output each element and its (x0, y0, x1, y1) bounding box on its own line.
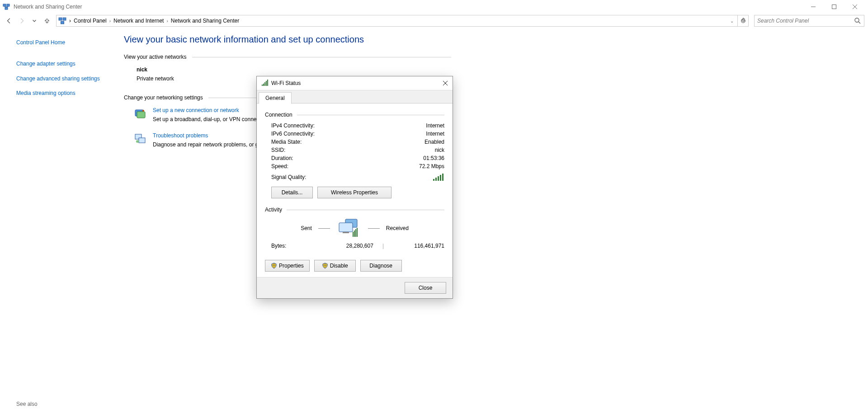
ssid-label: SSID: (271, 147, 285, 153)
refresh-button[interactable] (737, 15, 748, 26)
shield-icon (271, 263, 277, 269)
section-change-settings: Change your networking settings (124, 94, 203, 101)
svg-rect-9 (137, 112, 145, 118)
up-button[interactable] (42, 15, 52, 26)
svg-rect-24 (339, 223, 353, 232)
address-bar[interactable]: › Control Panel › Network and Internet ›… (56, 15, 749, 27)
see-also-label: See also (16, 401, 38, 407)
minimize-button[interactable] (803, 0, 824, 14)
dialog-close-button[interactable] (438, 76, 453, 90)
svg-rect-2 (5, 7, 8, 9)
group-activity-label: Activity (265, 207, 282, 213)
network-center-icon (58, 17, 66, 25)
disable-button-label: Disable (330, 263, 348, 269)
divider (368, 228, 380, 229)
sidebar-media-streaming[interactable]: Media streaming options (16, 89, 111, 97)
svg-rect-20 (438, 176, 439, 181)
wifi-signal-icon (261, 80, 269, 87)
title-bar: Network and Sharing Center (0, 0, 868, 14)
signal-quality-label: Signal Quality: (271, 174, 306, 180)
sidebar-change-advanced-sharing[interactable]: Change advanced sharing settings (16, 75, 111, 83)
group-connection-label: Connection (265, 112, 292, 118)
window-title: Network and Sharing Center (14, 4, 82, 10)
signal-bars-icon (433, 173, 444, 181)
svg-rect-27 (354, 230, 355, 237)
tab-general[interactable]: General (259, 92, 292, 104)
ssid-value: nick (435, 147, 444, 153)
chevron-right-icon[interactable]: › (165, 19, 170, 24)
details-button[interactable]: Details... (271, 187, 313, 198)
divider: | (373, 243, 393, 249)
breadcrumb-network-internet[interactable]: Network and Internet (113, 18, 164, 24)
svg-point-7 (855, 18, 859, 22)
svg-rect-5 (63, 18, 66, 20)
section-active-networks: View your active networks (124, 54, 187, 60)
page-heading: View your basic network information and … (124, 34, 451, 45)
svg-rect-6 (61, 21, 64, 24)
close-window-button[interactable] (844, 0, 865, 14)
shield-icon (322, 263, 328, 269)
ipv6-label: IPv6 Connectivity: (271, 131, 315, 137)
disable-button[interactable]: Disable (314, 260, 356, 272)
svg-rect-4 (59, 18, 62, 20)
diagnose-button[interactable]: Diagnose (360, 260, 402, 272)
svg-rect-17 (267, 80, 268, 86)
sidebar-change-adapter[interactable]: Change adapter settings (16, 60, 111, 68)
speed-label: Speed: (271, 163, 288, 169)
breadcrumb-control-panel[interactable]: Control Panel (74, 18, 107, 24)
sent-label: Sent (301, 225, 312, 231)
ipv4-label: IPv4 Connectivity: (271, 122, 315, 129)
properties-button-label: Properties (279, 263, 304, 269)
bytes-sent-value: 28,280,607 (325, 243, 373, 249)
network-activity-icon (336, 218, 362, 238)
svg-rect-22 (442, 174, 443, 181)
ipv4-value: Internet (426, 122, 444, 129)
dialog-title-bar[interactable]: Wi-Fi Status (257, 76, 453, 90)
dialog-title: Wi-Fi Status (271, 80, 301, 86)
svg-rect-28 (355, 229, 356, 237)
chevron-down-icon[interactable]: ⌄ (728, 19, 736, 24)
maximize-button[interactable] (824, 0, 844, 14)
media-state-label: Media State: (271, 139, 302, 145)
svg-rect-25 (343, 232, 349, 233)
properties-button[interactable]: Properties (265, 260, 310, 272)
chevron-right-icon[interactable]: › (69, 18, 71, 24)
network-center-icon (3, 3, 10, 10)
svg-rect-16 (266, 81, 267, 86)
svg-point-12 (136, 140, 139, 143)
setup-connection-icon (134, 107, 146, 120)
speed-value: 72.2 Mbps (419, 163, 444, 169)
media-state-value: Enabled (425, 139, 444, 145)
nav-toolbar: › Control Panel › Network and Internet ›… (0, 14, 868, 29)
svg-rect-0 (3, 4, 6, 6)
svg-rect-11 (139, 138, 145, 143)
wireless-properties-button[interactable]: Wireless Properties (317, 187, 392, 198)
bytes-label: Bytes: (271, 243, 325, 249)
chevron-right-icon[interactable]: › (108, 19, 113, 24)
search-icon (854, 17, 861, 24)
wifi-status-dialog: Wi-Fi Status General Connection IPv4 Con… (256, 76, 453, 299)
svg-rect-15 (264, 82, 265, 86)
breadcrumb-network-sharing[interactable]: Network and Sharing Center (171, 18, 239, 24)
duration-label: Duration: (271, 155, 293, 161)
sidebar: Control Panel Home Change adapter settin… (0, 29, 117, 158)
svg-rect-29 (357, 228, 358, 237)
ipv6-value: Internet (426, 131, 444, 137)
received-label: Received (386, 225, 409, 231)
svg-rect-18 (433, 179, 434, 181)
svg-rect-13 (262, 85, 263, 86)
tab-strip: General (257, 90, 453, 103)
search-input[interactable] (757, 18, 854, 24)
search-box[interactable] (754, 15, 864, 27)
divider (192, 57, 451, 57)
forward-button[interactable] (16, 15, 27, 26)
svg-rect-19 (435, 178, 437, 181)
svg-rect-3 (832, 5, 836, 9)
close-button[interactable]: Close (405, 282, 446, 294)
back-button[interactable] (4, 15, 14, 26)
troubleshoot-icon (134, 132, 146, 145)
sidebar-control-panel-home[interactable]: Control Panel Home (16, 39, 111, 47)
network-name: nick (137, 66, 451, 73)
recent-locations-button[interactable] (29, 15, 40, 26)
svg-rect-21 (440, 175, 441, 181)
